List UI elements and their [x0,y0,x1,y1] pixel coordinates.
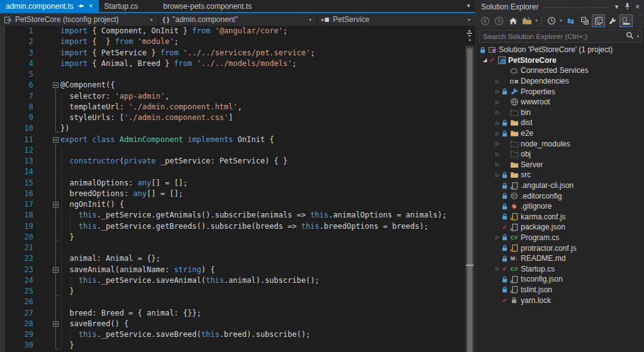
tree-item-obj[interactable]: ▷obj [477,149,644,160]
tree-item--gitignore[interactable]: .gitignore [477,201,644,212]
toolbar-overflow-icon[interactable]: ’’ [640,13,643,19]
forward-button[interactable] [492,14,506,27]
chevron-down-icon[interactable]: ▾ [468,17,472,23]
fold-collapse-box[interactable] [53,82,58,88]
chevron-down-icon[interactable]: ▾ [309,17,313,23]
tree-item-properties[interactable]: ▷Properties [477,86,644,97]
switch-views-button[interactable] [520,14,533,27]
code-line[interactable]: 27 breed: Breed = { animal: {}}; [0,308,464,319]
chevron-down-icon[interactable]: ▾ [534,18,539,23]
show-all-files-button[interactable] [592,14,605,27]
code-line[interactable]: 30 } [0,340,464,351]
code-line[interactable]: 26 [0,297,464,307]
tab-Startup.cs[interactable]: Startup.cs [99,0,144,12]
tree-item--angular-cli-json[interactable]: .angular-cli.json [477,180,644,191]
tab-admin.component.ts[interactable]: admin.component.ts× [0,0,99,12]
tree-item-yarn-lock[interactable]: ✓yarn.lock [477,295,644,305]
code-line[interactable]: 14 [0,167,464,177]
tree-item-server[interactable]: ▷Server [477,160,644,170]
search-input[interactable] [482,32,623,41]
code-line[interactable]: 22 animal: Animal = {}; [0,253,464,264]
navbar-segment-3[interactable]: PetService▾ [318,13,475,26]
tree-item-dist[interactable]: ▷dist [477,118,644,128]
search-box[interactable]: ▾ [479,30,642,43]
pin-icon[interactable] [77,2,85,11]
expander-collapsed-icon[interactable]: ▷ [494,234,501,240]
editor-vertical-scrollbar[interactable]: ▲ [465,26,475,352]
tree-item-wwwroot[interactable]: ▷wwwroot [477,97,644,107]
tree-item-e2e[interactable]: ▷e2e [477,128,644,139]
scrollbar-track[interactable] [465,46,474,352]
code-line[interactable]: 8 templateUrl: './admin.component.html', [0,102,464,113]
tab-browse-pets.component.ts[interactable]: browse-pets.component.ts [158,0,258,12]
tree-item-petstorecore[interactable]: ◢✓PetStoreCore [477,55,644,66]
expander-collapsed-icon[interactable]: ▷ [494,266,501,272]
home-button[interactable] [506,14,519,27]
code-line[interactable]: 3import { PetService } from '../../servi… [0,48,464,58]
code-line[interactable]: 6@Component({ [0,80,464,91]
code-line[interactable]: 23 saveAnimal(animalName: string) { [0,265,464,275]
code-line[interactable]: 10}) [0,123,464,134]
code-line[interactable]: 25 } [0,286,464,297]
sync-with-active-document-button[interactable]: ⇆ [564,14,577,27]
tree-item-program-cs[interactable]: ▷C#Program.cs [477,233,644,243]
close-icon[interactable]: × [89,3,92,9]
code-line[interactable]: 28 saveBreed() { [0,319,464,329]
close-icon[interactable]: × [635,3,640,11]
expander-collapsed-icon[interactable]: ▷ [494,89,501,94]
search-icon[interactable] [626,31,634,42]
tree-item-karma-conf-js[interactable]: karma.conf.js [477,212,644,223]
code-line[interactable]: 21 [0,243,464,253]
collapse-all-button[interactable] [578,14,591,27]
properties-button[interactable] [606,14,619,27]
tree-item-package-json[interactable]: ✓package.json [477,222,644,233]
navbar-segment-1[interactable]: PetStoreCore (tsconfig project)▾ [0,13,159,26]
code-line[interactable]: 1import { Component, OnInit } from '@ang… [0,26,464,36]
code-line[interactable]: 20 } [0,232,464,243]
solution-explorer-title-bar[interactable]: Solution Explorer ▼ × [477,0,644,13]
document-list-dropdown-icon[interactable]: ▼ [462,3,475,9]
code-line[interactable]: 13 constructor(private _petService: PetS… [0,156,464,167]
back-button[interactable] [479,14,492,27]
expander-collapsed-icon[interactable]: ▷ [494,151,501,157]
tree-item-tsconfig-json[interactable]: tsconfig.json [477,274,644,285]
expander-collapsed-icon[interactable]: ▷ [494,141,501,146]
expander-collapsed-icon[interactable]: ▷ [494,131,501,136]
code-line[interactable]: 15 animalOptions: any[] = []; [0,178,464,189]
pin-icon[interactable] [625,1,630,13]
code-line[interactable]: 5 [0,69,464,80]
code-line[interactable]: 9 styleUrls: ['./admin.component.css'] [0,113,464,123]
tree-item-readme-md[interactable]: M↓README.md [477,253,644,264]
code-line[interactable]: 11export class AdminComponent implements… [0,135,464,145]
chevron-down-icon[interactable]: ▾ [150,17,154,23]
chevron-down-icon[interactable]: ▾ [558,18,564,23]
code-line[interactable]: 16 breedOptions: any[] = []; [0,189,464,199]
expander-collapsed-icon[interactable]: ▷ [494,172,501,178]
tree-item-connected-services[interactable]: Connected Services [477,65,644,76]
scrollbar-thumb[interactable] [467,48,472,352]
scroll-up-button[interactable]: ▲ [465,37,475,41]
expander-collapsed-icon[interactable]: ▷ [494,99,501,105]
tree-item-tslint-json[interactable]: tslint.json [477,285,644,295]
fold-collapse-box[interactable] [53,137,58,143]
expander-collapsed-icon[interactable]: ▷ [494,109,501,115]
pending-changes-filter-button[interactable] [545,14,558,27]
tree-item-startup-cs[interactable]: ▷✓C#Startup.cs [477,263,644,274]
tree-item-protractor-conf-js[interactable]: protractor.conf.js [477,243,644,253]
code-line[interactable]: 2import { } from 'module'; [0,36,464,47]
code-line[interactable]: 17 ngOnInit() { [0,199,464,210]
chevron-down-icon[interactable]: ▾ [636,34,639,39]
code-line[interactable]: 7 selector: 'app-admin', [0,91,464,102]
expander-collapsed-icon[interactable]: ▷ [494,79,501,84]
tree-item-node-modules[interactable]: ▷node_modules [477,138,644,149]
expander-collapsed-icon[interactable]: ▷ [494,120,501,126]
preview-selected-items-button[interactable] [619,14,633,27]
navbar-segment-2[interactable]: { }"admin.component"▾ [159,13,318,26]
tree-item-dependencies[interactable]: ▷Dependencies [477,76,644,87]
tree-item-bin[interactable]: ▷bin [477,107,644,118]
expander-expanded-icon[interactable]: ◢ [481,57,489,63]
window-position-menu-icon[interactable]: ▼ [614,4,619,10]
expander-collapsed-icon[interactable]: ▷ [494,162,501,167]
code-line[interactable]: 4import { Animal, Breed } from '../../mo… [0,58,464,69]
tree-item-src[interactable]: ▷src [477,170,644,180]
